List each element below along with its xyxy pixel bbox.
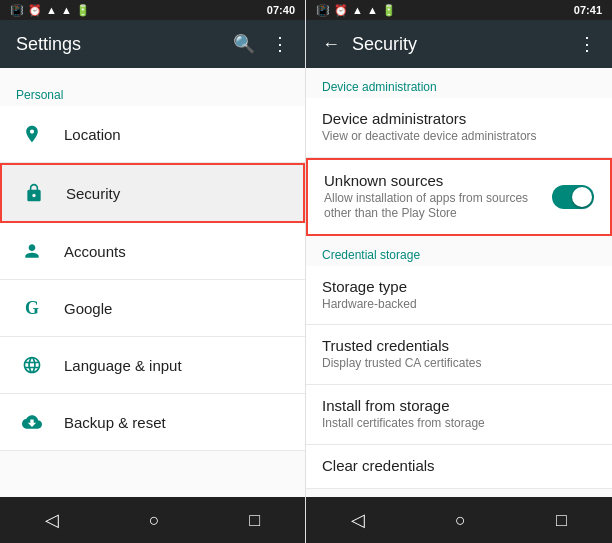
- right-toolbar: ← Security ⋮: [306, 20, 612, 68]
- trusted-credentials-subtitle: Display trusted CA certificates: [322, 356, 481, 372]
- more-options-icon-right[interactable]: ⋮: [578, 33, 596, 55]
- left-status-bar: 📳 ⏰ ▲ ▲ 🔋 07:40: [0, 0, 305, 20]
- wifi-icon-right: ▲: [352, 4, 363, 16]
- home-button-left[interactable]: ○: [129, 502, 180, 539]
- google-icon: G: [16, 292, 48, 324]
- battery-icon-right: 🔋: [382, 4, 396, 17]
- toggle-knob: [572, 187, 592, 207]
- vibrate-icon-left: 📳: [10, 4, 24, 17]
- wifi-icon-left: ▲: [46, 4, 57, 16]
- credential-storage-section-label: Credential storage: [306, 236, 612, 266]
- right-bottom-nav: ◁ ○ □: [306, 497, 612, 543]
- trusted-credentials-texts: Trusted credentials Display trusted CA c…: [322, 337, 481, 372]
- personal-section-label: Personal: [0, 76, 305, 106]
- left-toolbar: Settings 🔍 ⋮: [0, 20, 305, 68]
- storage-type-item[interactable]: Storage type Hardware-backed: [306, 266, 612, 326]
- signal-icon-left: ▲: [61, 4, 72, 16]
- unknown-sources-toggle[interactable]: [552, 185, 594, 209]
- left-content: Personal Location Security Acc: [0, 68, 305, 497]
- storage-type-subtitle: Hardware-backed: [322, 297, 417, 313]
- install-from-storage-title: Install from storage: [322, 397, 485, 414]
- left-panel: 📳 ⏰ ▲ ▲ 🔋 07:40 Settings 🔍 ⋮ Personal: [0, 0, 306, 543]
- time-left: 07:40: [267, 4, 295, 16]
- sidebar-item-language[interactable]: Language & input: [0, 337, 305, 394]
- right-status-bar: 📳 ⏰ ▲ ▲ 🔋 07:41: [306, 0, 612, 20]
- left-status-time: 07:40: [267, 4, 295, 16]
- location-icon: [16, 118, 48, 150]
- device-administrators-item[interactable]: Device administrators View or deactivate…: [306, 98, 612, 158]
- install-from-storage-item[interactable]: Install from storage Install certificate…: [306, 385, 612, 445]
- security-label: Security: [66, 185, 120, 202]
- unknown-sources-title: Unknown sources: [324, 172, 540, 189]
- back-button-left[interactable]: ◁: [25, 501, 79, 539]
- device-administrators-subtitle: View or deactivate device administrators: [322, 129, 537, 145]
- trusted-credentials-item[interactable]: Trusted credentials Display trusted CA c…: [306, 325, 612, 385]
- back-button-right[interactable]: ◁: [331, 501, 385, 539]
- location-label: Location: [64, 126, 121, 143]
- home-button-right[interactable]: ○: [435, 502, 486, 539]
- more-options-icon-left[interactable]: ⋮: [271, 33, 289, 55]
- install-from-storage-subtitle: Install certificates from storage: [322, 416, 485, 432]
- left-status-left: 📳 ⏰ ▲ ▲ 🔋: [10, 4, 90, 17]
- backup-icon: [16, 406, 48, 438]
- left-bottom-nav: ◁ ○ □: [0, 497, 305, 543]
- right-toolbar-title: Security: [352, 34, 566, 55]
- signal-icon-right: ▲: [367, 4, 378, 16]
- back-arrow-icon[interactable]: ←: [322, 34, 340, 55]
- device-administrators-title: Device administrators: [322, 110, 537, 127]
- alarm-icon-left: ⏰: [28, 4, 42, 17]
- sidebar-item-security[interactable]: Security: [0, 163, 305, 223]
- left-toolbar-title: Settings: [16, 34, 217, 55]
- security-icon: [18, 177, 50, 209]
- backup-label: Backup & reset: [64, 414, 166, 431]
- device-administrators-texts: Device administrators View or deactivate…: [322, 110, 537, 145]
- recents-button-right[interactable]: □: [536, 502, 587, 539]
- alarm-icon-right: ⏰: [334, 4, 348, 17]
- language-icon: [16, 349, 48, 381]
- device-admin-section-label: Device administration: [306, 68, 612, 98]
- recents-button-left[interactable]: □: [229, 502, 280, 539]
- battery-icon-left: 🔋: [76, 4, 90, 17]
- sidebar-item-location[interactable]: Location: [0, 106, 305, 163]
- unknown-sources-item[interactable]: Unknown sources Allow installation of ap…: [306, 158, 612, 236]
- time-right: 07:41: [574, 4, 602, 16]
- trusted-credentials-title: Trusted credentials: [322, 337, 481, 354]
- split-screen: 📳 ⏰ ▲ ▲ 🔋 07:40 Settings 🔍 ⋮ Personal: [0, 0, 612, 543]
- accounts-icon: [16, 235, 48, 267]
- vibrate-icon-right: 📳: [316, 4, 330, 17]
- language-label: Language & input: [64, 357, 182, 374]
- clear-credentials-title: Clear credentials: [322, 457, 435, 474]
- right-panel: 📳 ⏰ ▲ ▲ 🔋 07:41 ← Security ⋮ Device admi…: [306, 0, 612, 543]
- unknown-sources-texts: Unknown sources Allow installation of ap…: [324, 172, 540, 222]
- accounts-label: Accounts: [64, 243, 126, 260]
- search-icon[interactable]: 🔍: [233, 33, 255, 55]
- sidebar-item-backup[interactable]: Backup & reset: [0, 394, 305, 451]
- right-status-left: 📳 ⏰ ▲ ▲ 🔋: [316, 4, 396, 17]
- storage-type-title: Storage type: [322, 278, 417, 295]
- clear-credentials-item[interactable]: Clear credentials: [306, 445, 612, 489]
- unknown-sources-subtitle: Allow installation of apps from sources …: [324, 191, 540, 222]
- install-from-storage-texts: Install from storage Install certificate…: [322, 397, 485, 432]
- storage-type-texts: Storage type Hardware-backed: [322, 278, 417, 313]
- sidebar-item-accounts[interactable]: Accounts: [0, 223, 305, 280]
- right-content: Device administration Device administrat…: [306, 68, 612, 497]
- right-status-time: 07:41: [574, 4, 602, 16]
- sidebar-item-google[interactable]: G Google: [0, 280, 305, 337]
- clear-credentials-texts: Clear credentials: [322, 457, 435, 476]
- google-label: Google: [64, 300, 112, 317]
